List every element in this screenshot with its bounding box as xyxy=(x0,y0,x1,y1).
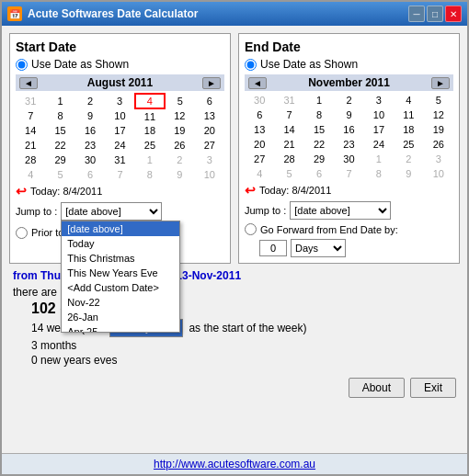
calendar-cell[interactable]: 30 xyxy=(75,153,105,167)
end-go-forward-radio[interactable] xyxy=(245,223,257,235)
calendar-cell[interactable]: 27 xyxy=(195,138,224,153)
calendar-cell[interactable]: 6 xyxy=(195,94,224,108)
calendar-cell[interactable]: 2 xyxy=(394,152,423,166)
end-prev-button[interactable]: ◄ xyxy=(248,77,267,89)
calendar-cell[interactable]: 17 xyxy=(364,122,394,137)
dropdown-item-today[interactable]: Today xyxy=(62,236,179,251)
start-next-button[interactable]: ► xyxy=(202,77,221,89)
calendar-cell[interactable]: 7 xyxy=(334,166,363,181)
calendar-cell[interactable]: 25 xyxy=(135,138,165,153)
start-jump-dropdown[interactable]: [date above] Today This Christmas This N… xyxy=(61,202,162,221)
dropdown-item-nov22[interactable]: Nov-22 xyxy=(62,295,179,310)
calendar-cell[interactable]: 5 xyxy=(424,93,453,108)
calendar-cell[interactable]: 15 xyxy=(304,122,334,137)
calendar-cell[interactable]: 3 xyxy=(364,93,394,108)
calendar-cell[interactable]: 20 xyxy=(195,123,224,138)
calendar-cell[interactable]: 19 xyxy=(424,122,453,137)
calendar-cell[interactable]: 9 xyxy=(334,108,363,122)
calendar-cell[interactable]: 11 xyxy=(394,108,423,122)
about-button[interactable]: About xyxy=(349,378,405,398)
calendar-cell[interactable]: 6 xyxy=(75,167,105,182)
end-next-button[interactable]: ► xyxy=(431,77,450,89)
calendar-cell[interactable]: 6 xyxy=(304,166,334,181)
start-use-date-radio[interactable] xyxy=(16,59,28,71)
calendar-cell[interactable]: 19 xyxy=(165,123,194,138)
calendar-cell[interactable]: 29 xyxy=(304,152,334,166)
calendar-cell[interactable]: 16 xyxy=(334,122,363,137)
dropdown-item-add-custom[interactable]: <Add Custom Date> xyxy=(62,280,179,295)
calendar-cell[interactable]: 5 xyxy=(165,94,194,108)
calendar-cell[interactable]: 4 xyxy=(245,166,274,181)
calendar-cell[interactable]: 12 xyxy=(424,108,453,122)
calendar-cell[interactable]: 6 xyxy=(245,108,274,122)
calendar-cell[interactable]: 10 xyxy=(424,166,453,181)
calendar-cell[interactable]: 31 xyxy=(105,153,134,167)
calendar-cell[interactable]: 7 xyxy=(274,108,303,122)
calendar-cell[interactable]: 3 xyxy=(105,94,134,108)
calendar-cell[interactable]: 10 xyxy=(195,167,224,182)
calendar-cell[interactable]: 21 xyxy=(274,137,303,152)
calendar-cell[interactable]: 2 xyxy=(334,93,363,108)
calendar-cell[interactable]: 1 xyxy=(364,152,394,166)
dropdown-item-apr25[interactable]: Apr-25 xyxy=(62,324,179,332)
calendar-cell[interactable]: 8 xyxy=(364,166,394,181)
calendar-cell[interactable]: 13 xyxy=(195,108,224,123)
calendar-cell[interactable]: 5 xyxy=(274,166,303,181)
maximize-button[interactable]: □ xyxy=(427,6,443,22)
start-prev-button[interactable]: ◄ xyxy=(19,77,38,89)
start-prior-radio[interactable] xyxy=(16,227,28,239)
calendar-cell[interactable]: 18 xyxy=(135,123,165,138)
calendar-cell[interactable]: 22 xyxy=(304,137,334,152)
calendar-cell[interactable]: 24 xyxy=(105,138,134,153)
dropdown-item-christmas[interactable]: This Christmas xyxy=(62,251,179,266)
calendar-cell[interactable]: 17 xyxy=(105,123,134,138)
calendar-cell[interactable]: 14 xyxy=(16,123,45,138)
dropdown-item-date-above[interactable]: [date above] xyxy=(62,221,179,236)
minimize-button[interactable]: ─ xyxy=(408,6,425,22)
end-go-forward-unit[interactable]: Days Weeks Months xyxy=(291,239,346,257)
calendar-cell[interactable]: 11 xyxy=(135,108,165,123)
calendar-cell[interactable]: 8 xyxy=(304,108,334,122)
calendar-cell[interactable]: 18 xyxy=(394,122,423,137)
calendar-cell[interactable]: 31 xyxy=(274,93,303,108)
calendar-cell[interactable]: 9 xyxy=(394,166,423,181)
calendar-cell[interactable]: 22 xyxy=(45,138,74,153)
calendar-cell[interactable]: 15 xyxy=(45,123,74,138)
calendar-cell-selected[interactable]: 4 xyxy=(135,94,165,108)
calendar-cell[interactable]: 7 xyxy=(105,167,134,182)
calendar-cell[interactable]: 28 xyxy=(16,153,45,167)
calendar-cell[interactable]: 1 xyxy=(45,94,74,108)
calendar-cell[interactable]: 26 xyxy=(424,137,453,152)
calendar-cell[interactable]: 2 xyxy=(165,153,194,167)
exit-button[interactable]: Exit xyxy=(410,378,456,398)
calendar-cell[interactable]: 9 xyxy=(165,167,194,182)
calendar-cell[interactable]: 10 xyxy=(105,108,134,123)
calendar-cell[interactable]: 8 xyxy=(45,108,74,123)
calendar-cell[interactable]: 1 xyxy=(135,153,165,167)
calendar-cell[interactable]: 27 xyxy=(245,152,274,166)
close-button[interactable]: ✕ xyxy=(445,6,462,22)
footer-link[interactable]: http://www.acutesoftware.com.au xyxy=(2,453,467,474)
calendar-cell[interactable]: 26 xyxy=(165,138,194,153)
calendar-cell[interactable]: 31 xyxy=(16,94,45,108)
calendar-cell[interactable]: 13 xyxy=(245,122,274,137)
calendar-cell[interactable]: 23 xyxy=(75,138,105,153)
calendar-cell[interactable]: 4 xyxy=(394,93,423,108)
calendar-cell[interactable]: 10 xyxy=(364,108,394,122)
calendar-cell[interactable]: 3 xyxy=(195,153,224,167)
calendar-cell[interactable]: 7 xyxy=(16,108,45,123)
calendar-cell[interactable]: 8 xyxy=(135,167,165,182)
calendar-cell[interactable]: 20 xyxy=(245,137,274,152)
calendar-cell[interactable]: 29 xyxy=(45,153,74,167)
dropdown-item-new-years-eve[interactable]: This New Years Eve xyxy=(62,266,179,280)
calendar-cell[interactable]: 2 xyxy=(75,94,105,108)
calendar-cell[interactable]: 3 xyxy=(424,152,453,166)
calendar-cell[interactable]: 21 xyxy=(16,138,45,153)
calendar-cell[interactable]: 4 xyxy=(16,167,45,182)
calendar-cell[interactable]: 16 xyxy=(75,123,105,138)
calendar-cell[interactable]: 5 xyxy=(45,167,74,182)
calendar-cell[interactable]: 9 xyxy=(75,108,105,123)
calendar-cell[interactable]: 30 xyxy=(334,152,363,166)
end-jump-dropdown[interactable]: [date above] Today This Christmas This N… xyxy=(290,201,391,220)
calendar-cell[interactable]: 14 xyxy=(274,122,303,137)
